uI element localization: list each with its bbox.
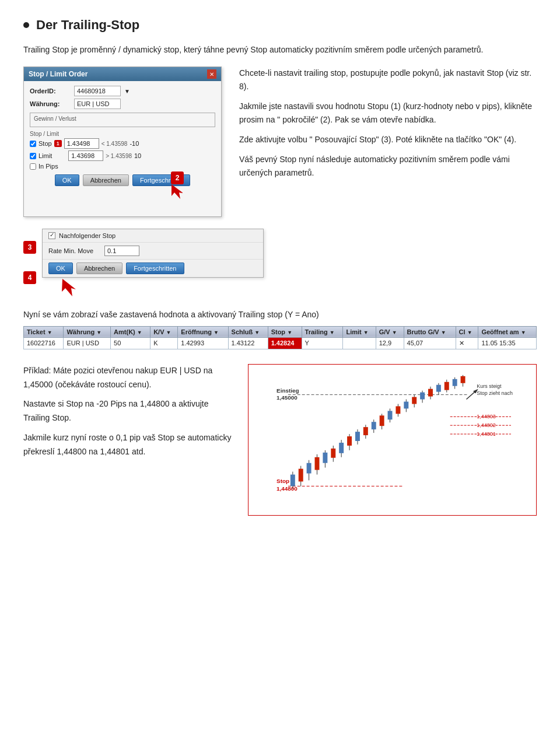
step2-annotation: 2: [169, 172, 186, 199]
svg-rect-39: [444, 382, 449, 390]
td-schlus: 1.43122: [228, 337, 268, 349]
svg-rect-23: [380, 415, 384, 426]
kurs-label: Kurs steigt: [477, 383, 502, 388]
order-id-row: OrderID: 44680918 ▼: [30, 86, 215, 96]
mini-dialog-buttons: OK Abbrechen Fortgeschritten: [43, 260, 263, 277]
step4-badge: 4: [23, 271, 36, 284]
trailing-checkbox[interactable]: [48, 232, 55, 239]
mini-ok-button[interactable]: OK: [48, 262, 73, 274]
section-label: Gewinn / Verlust: [34, 116, 211, 122]
limit-checkbox[interactable]: [30, 153, 36, 159]
svg-rect-5: [307, 463, 312, 473]
td-wahrung: EUR | USD: [64, 337, 111, 349]
top-section: Stop / Limit Order ✕ OrderID: 44680918 ▼…: [23, 66, 537, 217]
right-para2: Jakmile jste nastavili svou hodnotu Stop…: [239, 100, 537, 126]
einstieg-label: Einstieg: [276, 387, 299, 393]
svg-rect-9: [323, 453, 327, 463]
svg-rect-15: [347, 436, 352, 446]
th-schlus[interactable]: Schluß ▼: [228, 326, 268, 337]
arrow-icon: [169, 184, 186, 199]
candlestick-chart: Einstieg 1,45000 Stop 1,44800 Kurs steig…: [249, 365, 536, 515]
currency-row: Währung: EUR | USD: [30, 99, 215, 109]
in-pips-row: In Pips: [30, 163, 215, 170]
svg-rect-19: [363, 427, 368, 435]
trailing-label: Nachfolgender Stop: [59, 232, 116, 239]
svg-rect-29: [404, 401, 408, 408]
th-ticket[interactable]: Ticket ▼: [24, 326, 64, 337]
top-text: Chcete-li nastavit trailing stop, postup…: [239, 66, 537, 186]
th-kv[interactable]: K/V ▼: [150, 326, 178, 337]
dialog-title: Stop / Limit Order: [29, 70, 88, 78]
trailing-description: Nyní se vám zobrazí vaše zastavená hodno…: [23, 308, 537, 321]
stop-input[interactable]: 1.43498: [64, 138, 99, 149]
rate-input[interactable]: 0.1: [104, 246, 139, 256]
td-geoffnet: 11.05 15:35: [478, 337, 537, 349]
th-wahrung[interactable]: Währung ▼: [64, 326, 111, 337]
einstieg-value: 1,45000: [276, 394, 298, 400]
gewinn-section: Gewinn / Verlust: [30, 113, 215, 127]
td-cl: ✕: [456, 337, 478, 349]
svg-rect-31: [412, 397, 416, 404]
table-header-row: Ticket ▼ Währung ▼ Amt(K) ▼ K/V ▼ Eröffn…: [24, 326, 537, 337]
cancel-button[interactable]: Abbrechen: [83, 174, 129, 186]
svg-rect-35: [428, 388, 433, 396]
right-para1: Chcete-li nastavit trailing stop, postup…: [239, 66, 537, 93]
order-id-value: 44680918: [74, 86, 121, 96]
stop-limit-label: Stop / Limit: [30, 131, 215, 137]
svg-rect-41: [453, 379, 457, 386]
right-para3: Zde aktivujte volbu " Posouvající Stop" …: [239, 133, 537, 146]
td-ticket: 16022716: [24, 337, 64, 349]
svg-rect-43: [461, 376, 466, 383]
th-amt[interactable]: Amt(K) ▼: [111, 326, 150, 337]
th-gv[interactable]: G/V ▼: [376, 326, 404, 337]
step4-arrow: [42, 279, 264, 296]
stop-text: Stop: [38, 140, 52, 147]
svg-rect-3: [299, 468, 303, 481]
mini-cancel-button[interactable]: Abbrechen: [76, 262, 123, 274]
td-trailing: Y: [302, 337, 343, 349]
th-limit[interactable]: Limit ▼: [343, 326, 376, 337]
rate-label: Rate Min. Move: [48, 247, 101, 254]
example-para1: Příklad: Máte pozici otevřenou nakup EUR…: [23, 364, 233, 392]
svg-rect-11: [331, 449, 335, 458]
table-row: 16022716 EUR | USD 50 K 1.42993 1.43122 …: [24, 337, 537, 349]
th-trailing[interactable]: Trailing ▼: [302, 326, 343, 337]
svg-rect-27: [396, 406, 400, 414]
stop-lt: < 1.43598: [102, 141, 128, 147]
td-eroffnung: 1.42993: [178, 337, 228, 349]
dialog-body: OrderID: 44680918 ▼ Währung: EUR | USD G…: [24, 81, 221, 216]
ok-button[interactable]: OK: [55, 174, 79, 186]
stop-checkbox[interactable]: [30, 141, 36, 147]
limit-row: Limit 1.43698 > 1.43598 10: [30, 150, 215, 161]
mini-checkbox-row: Nachfolgender Stop: [43, 229, 263, 243]
example-para2: Nastavte si Stop na -20 Pips na 1,44800 …: [23, 397, 233, 425]
mini-advanced-button[interactable]: Fortgeschritten: [126, 262, 184, 274]
in-pips-checkbox[interactable]: [30, 163, 36, 170]
th-stop[interactable]: Stop ▼: [268, 326, 302, 337]
td-kv: K: [150, 337, 178, 349]
step1-badge: 1: [54, 140, 62, 147]
dialog-close-button[interactable]: ✕: [207, 69, 216, 79]
dialog-titlebar: Stop / Limit Order ✕: [24, 67, 221, 81]
svg-rect-1: [290, 474, 295, 486]
page-title: Der Trailing-Stop: [23, 18, 537, 33]
svg-rect-21: [372, 422, 376, 429]
bottom-section: Příklad: Máte pozici otevřenou nakup EUR…: [23, 364, 537, 516]
dialog-wrapper: Stop / Limit Order ✕ OrderID: 44680918 ▼…: [23, 66, 222, 217]
td-brutto: 45,07: [404, 337, 456, 349]
chart-container: Einstieg 1,45000 Stop 1,44800 Kurs steig…: [248, 364, 537, 516]
td-stop: 1.42824: [268, 337, 302, 349]
td-amt: 50: [111, 337, 150, 349]
stop-num: -10: [130, 140, 144, 147]
th-cl[interactable]: Cl ▼: [456, 326, 478, 337]
currency-label: Währung:: [30, 100, 71, 107]
limit-text: Limit: [38, 152, 52, 159]
th-brutto[interactable]: Brutto G/V ▼: [404, 326, 456, 337]
th-eroffnung[interactable]: Eröffnung ▼: [178, 326, 228, 337]
limit-input[interactable]: 1.43698: [68, 150, 103, 161]
step34-section: 3 4 Nachfolgender Stop Rate Min. Move 0.…: [23, 229, 537, 296]
currency-value: EUR | USD: [74, 99, 121, 109]
level2-label: 1,44802: [477, 422, 495, 428]
example-para3: Jakmile kurz nyní roste o 0,1 pip vaš St…: [23, 431, 233, 459]
th-geoffnet[interactable]: Geöffnet am ▼: [478, 326, 537, 337]
